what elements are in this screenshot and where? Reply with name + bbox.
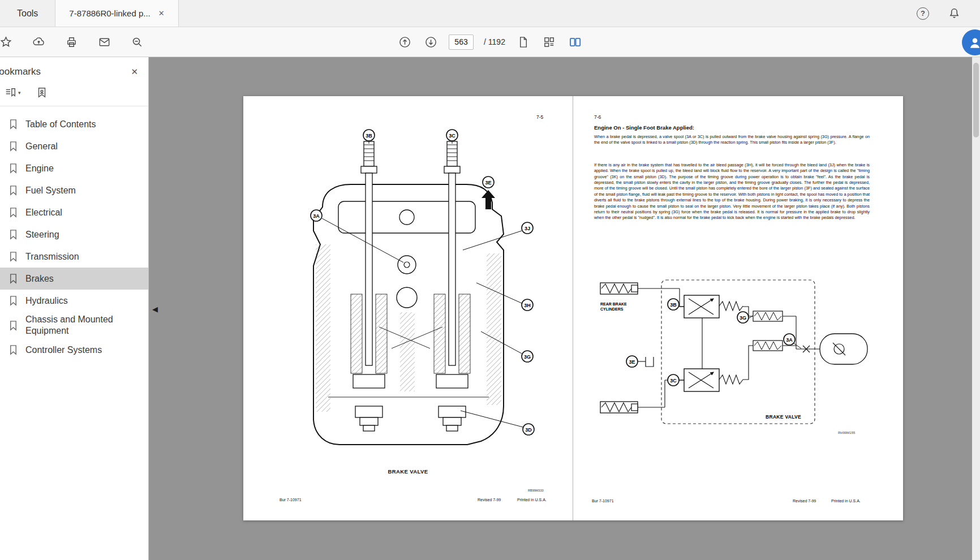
help-icon[interactable]: ? — [917, 7, 929, 20]
callout-label: 3H — [524, 303, 531, 308]
tools-tab-label: Tools — [17, 8, 38, 19]
sidebar-item-chassis-and-mounted-equipment[interactable]: Chassis and Mounted Equipment — [0, 312, 148, 339]
close-tab-icon[interactable]: ✕ — [158, 9, 165, 18]
sidebar-item-label: Electrical — [25, 207, 62, 218]
sidebar-item-label: Table of Contents — [25, 119, 96, 130]
page-number-input[interactable] — [449, 35, 474, 50]
callout-label: 3A — [786, 337, 793, 343]
callout-3C: 3C — [668, 374, 679, 386]
notifications-bell-icon[interactable] — [946, 6, 962, 21]
brake-hydraulic-schematic: 3B 3G 3A 3E 3C REAR BRAKE CYLINDERS BRAK… — [573, 96, 903, 520]
previous-page-button[interactable] — [397, 34, 412, 50]
sidebar-item-label: Transmission — [25, 251, 79, 262]
sidebar-item-electrical[interactable]: Electrical — [0, 201, 148, 223]
sidebar-item-engine[interactable]: Engine — [0, 157, 148, 179]
email-icon[interactable] — [96, 34, 112, 50]
figure-reference: RB99M333 — [528, 489, 544, 492]
callout-3G: 3G — [522, 351, 533, 362]
callout-3E: 3E — [483, 176, 494, 188]
callout-label: 3E — [485, 180, 491, 186]
sidebar-item-label: Fuel System — [25, 185, 76, 196]
footer-center: Revised 7-99 — [478, 498, 501, 502]
spring-actuator-bottom — [753, 341, 783, 351]
callout-3E: 3E — [626, 356, 638, 367]
callout-label: 3E — [629, 359, 635, 365]
bookmark-options-button[interactable]: ▾ — [5, 87, 21, 99]
two-page-view-icon[interactable] — [568, 34, 583, 50]
brake-valve-label: BRAKE VALVE — [766, 414, 801, 420]
check-valve — [820, 334, 867, 364]
callout-3J: 3J — [522, 222, 533, 234]
callout-3A: 3A — [784, 334, 795, 345]
sidebar-item-hydraulics[interactable]: Hydraulics — [0, 290, 148, 312]
single-page-view-icon[interactable] — [515, 34, 531, 50]
sidebar-item-label: Controller Systems — [25, 344, 102, 356]
bookmarks-panel-title: Bookmarks — [0, 66, 41, 77]
rear-brake-cylinder-bottom — [600, 402, 638, 413]
tab-document[interactable]: 7-87886R0-linked p... ✕ — [55, 0, 178, 27]
sidebar-item-transmission[interactable]: Transmission — [0, 245, 148, 268]
footer-left: Bur 7-10971 — [592, 499, 614, 503]
document-tab-label: 7-87886R0-linked p... — [69, 8, 150, 18]
figure-caption: BRAKE VALVE — [243, 468, 573, 475]
sidebar-item-table-of-contents[interactable]: Table of Contents — [0, 113, 148, 135]
sidebar-item-label: Steering — [25, 229, 59, 240]
callout-label: 3D — [525, 427, 532, 433]
main-toolbar: / 1192 — [0, 27, 980, 57]
callout-3H: 3H — [522, 299, 533, 311]
rear-brake-cylinder-top — [600, 283, 638, 294]
callout-label: 3A — [313, 213, 320, 219]
scrollbar-thumb[interactable] — [973, 63, 979, 137]
page-7-5: 7-5 — [243, 96, 573, 520]
sidebar-item-label: Chassis and Mounted Equipment — [25, 314, 141, 337]
sidebar-item-label: Engine — [25, 163, 54, 174]
sidebar-item-controller-systems[interactable]: Controller Systems — [0, 339, 148, 361]
organize-pages-icon[interactable] — [541, 34, 557, 50]
sidebar-item-fuel-system[interactable]: Fuel System — [0, 179, 148, 201]
footer-center: Revised 7-99 — [793, 499, 816, 503]
account-avatar[interactable] — [962, 29, 980, 55]
star-tool-icon[interactable] — [0, 34, 14, 50]
sidebar-item-label: Hydraulics — [25, 295, 68, 307]
tab-tools[interactable]: Tools — [0, 0, 55, 27]
brake-valve-diagram: 3B 3C 3E 3A 3J 3H — [243, 96, 573, 520]
page-7-6: 7-6 Engine On - Single Foot Brake Applie… — [573, 96, 903, 520]
sidebar-item-steering[interactable]: Steering — [0, 223, 148, 245]
footer-right: Printed in U.S.A. — [831, 499, 861, 503]
callout-label: 3J — [525, 226, 530, 231]
close-panel-icon[interactable]: ✕ — [131, 67, 138, 77]
page-spread: 7-5 — [243, 96, 903, 520]
callout-3A: 3A — [311, 210, 322, 221]
callout-label: 3G — [524, 354, 531, 360]
bookmarks-list: Table of Contents General Engine Fuel Sy… — [0, 106, 148, 361]
callout-3B: 3B — [668, 299, 679, 310]
zoom-out-icon[interactable] — [129, 34, 145, 50]
page-total-label: / 1192 — [484, 37, 505, 46]
bookmarks-panel: Bookmarks ✕ ▾ Table of Contents General … — [0, 57, 149, 560]
rear-brake-label-line2: CYLINDERS — [600, 307, 624, 311]
sidebar-item-label: General — [25, 141, 58, 152]
callout-label: 3B — [670, 302, 677, 308]
sidebar-item-general[interactable]: General — [0, 135, 148, 157]
cloud-upload-icon[interactable] — [31, 34, 46, 50]
callout-3B: 3B — [363, 130, 375, 141]
callout-3G: 3G — [737, 312, 749, 323]
callout-3D: 3D — [523, 424, 534, 435]
callout-label: 3C — [449, 133, 455, 139]
callout-3C: 3C — [446, 130, 458, 141]
next-page-button[interactable] — [423, 34, 439, 50]
drain-symbol — [638, 357, 654, 367]
callout-label: 3B — [366, 133, 372, 139]
callout-label: 3G — [740, 315, 746, 321]
valve-spool-3B — [684, 295, 743, 318]
sidebar-item-brakes[interactable]: Brakes — [0, 268, 148, 290]
print-icon[interactable] — [63, 34, 79, 50]
collapse-sidebar-button[interactable]: ◀ — [151, 296, 160, 321]
footer-left: Bur 7-10971 — [280, 498, 302, 502]
add-bookmark-button[interactable] — [36, 87, 48, 99]
valve-spool-3C — [684, 369, 743, 391]
footer-right: Printed in U.S.A. — [517, 498, 547, 502]
tab-bar: Tools 7-87886R0-linked p... ✕ ? — [0, 0, 980, 27]
chevron-down-icon: ▾ — [18, 90, 21, 96]
sidebar-item-label: Brakes — [25, 273, 54, 285]
